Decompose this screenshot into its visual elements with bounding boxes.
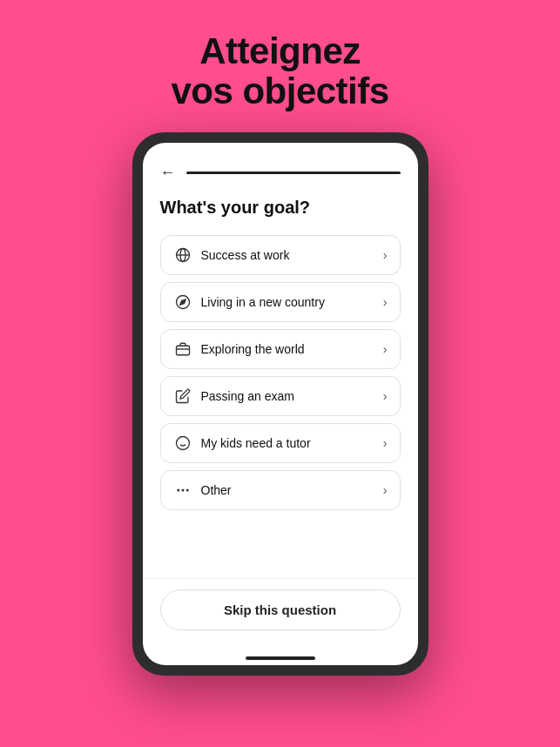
- goal-label-other: Other: [201, 483, 232, 497]
- goal-item-living-new-country[interactable]: Living in a new country ›: [160, 282, 401, 322]
- screen-content: ← What's your goal?: [143, 143, 418, 578]
- goal-item-left: My kids need a tutor: [173, 434, 311, 453]
- smiley-icon: [173, 434, 192, 453]
- goal-item-kids-tutor[interactable]: My kids need a tutor ›: [160, 423, 401, 463]
- headline-line1: Atteignez: [199, 30, 361, 71]
- globe-icon: [173, 246, 192, 265]
- briefcase-icon: [173, 340, 192, 359]
- headline-line2: vos objectifs: [171, 71, 388, 111]
- svg-point-13: [186, 489, 188, 492]
- compass-icon: [173, 293, 192, 312]
- chevron-right-icon: ›: [383, 248, 388, 262]
- headline: Atteignez vos objectifs: [171, 31, 388, 111]
- svg-marker-4: [179, 299, 185, 305]
- skip-section: Skip this question: [143, 578, 418, 648]
- goal-item-left: Other: [173, 481, 232, 500]
- nav-row: ←: [160, 164, 401, 182]
- goal-item-left: Living in a new country: [173, 293, 325, 312]
- chevron-right-icon: ›: [383, 342, 388, 356]
- progress-bar: [186, 172, 401, 174]
- svg-point-12: [181, 489, 184, 492]
- goal-item-passing-exam[interactable]: Passing an exam ›: [160, 376, 401, 416]
- home-indicator: [246, 656, 315, 660]
- chevron-right-icon: ›: [383, 483, 388, 497]
- goal-item-left: Exploring the world: [173, 340, 305, 359]
- pencil-icon: [173, 387, 192, 406]
- goal-item-success-at-work[interactable]: Success at work ›: [160, 235, 401, 275]
- screen-title: What's your goal?: [160, 198, 401, 218]
- svg-point-11: [177, 489, 179, 492]
- chevron-right-icon: ›: [383, 295, 388, 309]
- device-frame: ← What's your goal?: [132, 132, 428, 676]
- goal-item-left: Passing an exam: [173, 387, 294, 406]
- goal-label-passing-exam: Passing an exam: [201, 389, 294, 403]
- goal-item-other[interactable]: Other ›: [160, 470, 401, 510]
- dots-icon: [173, 481, 192, 500]
- goal-label-exploring-world: Exploring the world: [201, 342, 305, 356]
- back-button[interactable]: ←: [160, 164, 176, 182]
- svg-point-8: [176, 437, 189, 450]
- chevron-right-icon: ›: [383, 389, 388, 403]
- svg-rect-5: [176, 347, 189, 356]
- goal-item-exploring-world[interactable]: Exploring the world ›: [160, 329, 401, 369]
- chevron-right-icon: ›: [383, 436, 388, 450]
- goal-label-kids-tutor: My kids need a tutor: [201, 436, 311, 450]
- goal-label-living-new-country: Living in a new country: [201, 295, 325, 309]
- goal-item-left: Success at work: [173, 246, 290, 265]
- goal-list: Success at work › Living in a new coun: [160, 235, 401, 510]
- skip-button[interactable]: Skip this question: [160, 589, 401, 630]
- device-screen: ← What's your goal?: [143, 143, 418, 665]
- goal-label-success-at-work: Success at work: [201, 248, 290, 262]
